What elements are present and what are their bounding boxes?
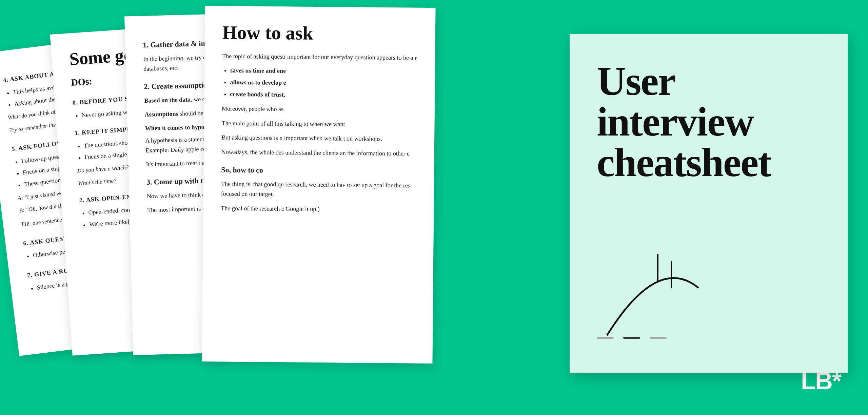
doc4-title: How to ask [222, 22, 418, 45]
main-cover-document: User interview cheatsheet [570, 34, 848, 373]
doc4-goal: The goal of the research c Google it up.… [221, 203, 416, 215]
main-scene: 4. ASK ABOUT A SPECIF This helps us avoi… [0, 0, 868, 415]
pagination-dot-1 [597, 337, 614, 339]
doc4-so-how: So, how to co [221, 164, 416, 177]
pagination-dot-2 [623, 337, 640, 339]
pagination-dots [597, 337, 667, 339]
doc4-bullet1: saves us time and ene [230, 66, 417, 77]
doc4-body1: The topic of asking questi important for… [222, 51, 417, 63]
doc4-nowadays: Nowadays, the whole des understand the c… [221, 147, 417, 159]
doc4-bullet2: allows us to develop e [230, 78, 417, 89]
cover-title: User interview cheatsheet [597, 61, 821, 183]
decorative-arc [590, 227, 709, 346]
doc4-bullet3: create bonds of trust, [230, 89, 417, 101]
pagination-dot-3 [650, 337, 667, 339]
doc4-body2: Moreover, people who as [222, 104, 417, 115]
doc4-thing: The thing is, that good qu research, we … [221, 179, 416, 201]
doc4-body3: But asking questions is n important when… [221, 133, 417, 144]
doc4-main-point: The main point of all this talking to wh… [221, 118, 417, 130]
document-4: How to ask The topic of asking questi im… [202, 6, 435, 364]
